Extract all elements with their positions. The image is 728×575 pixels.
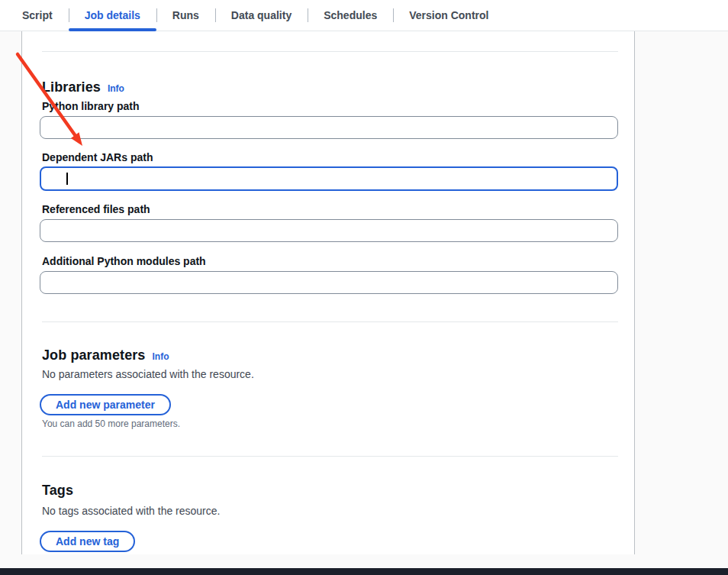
add-new-parameter-button[interactable]: Add new parameter	[40, 394, 171, 415]
tags-section-heading: Tags	[42, 483, 73, 499]
tags-title: Tags	[42, 483, 73, 499]
job-parameters-hint-text: You can add 50 more parameters.	[42, 418, 180, 429]
job-details-screen: Script Job details Runs Data quality Sch…	[0, 0, 728, 575]
python-library-path-input[interactable]	[40, 116, 618, 139]
divider	[42, 456, 618, 457]
divider	[42, 321, 618, 322]
window-bottom-edge	[0, 568, 728, 575]
job-parameters-empty-text: No parameters associated with the resour…	[42, 368, 254, 380]
referenced-files-path-input[interactable]	[40, 219, 618, 242]
tab-data-quality-label: Data quality	[231, 9, 292, 21]
tab-schedules-label: Schedules	[324, 9, 377, 21]
job-parameters-info-link[interactable]: Info	[152, 351, 169, 362]
job-parameters-title: Job parameters	[42, 347, 145, 363]
tab-version-control[interactable]: Version Control	[393, 0, 504, 31]
additional-python-modules-path-label: Additional Python modules path	[42, 255, 206, 267]
referenced-files-path-label: Referenced files path	[42, 203, 150, 215]
add-new-tag-button[interactable]: Add new tag	[40, 531, 135, 552]
tab-bar: Script Job details Runs Data quality Sch…	[0, 0, 728, 31]
tab-data-quality[interactable]: Data quality	[215, 0, 308, 31]
text-cursor	[66, 173, 68, 185]
tab-version-control-label: Version Control	[409, 9, 488, 21]
tab-runs-label: Runs	[172, 9, 199, 21]
tab-job-details[interactable]: Job details	[69, 0, 156, 31]
libraries-section-heading: Libraries Info	[42, 79, 124, 95]
field-python-library-path: Python library path	[40, 100, 618, 147]
tab-schedules[interactable]: Schedules	[308, 0, 393, 31]
field-dependent-jars-path: Dependent JARs path	[40, 151, 618, 199]
field-additional-python-modules-path: Additional Python modules path	[40, 255, 618, 302]
python-library-path-label: Python library path	[42, 100, 140, 112]
content-panel: Libraries Info Python library path Depen…	[21, 31, 635, 554]
additional-python-modules-path-input[interactable]	[40, 271, 618, 294]
tab-script-label: Script	[22, 9, 53, 21]
field-referenced-files-path: Referenced files path	[40, 203, 618, 250]
dependent-jars-path-input[interactable]	[40, 166, 618, 191]
tab-job-details-label: Job details	[85, 9, 140, 21]
tags-empty-text: No tags associated with the resource.	[42, 505, 220, 517]
job-parameters-section-heading: Job parameters Info	[42, 347, 169, 363]
libraries-info-link[interactable]: Info	[108, 83, 124, 94]
tab-runs[interactable]: Runs	[156, 0, 215, 31]
libraries-title: Libraries	[42, 79, 101, 95]
tab-script[interactable]: Script	[6, 0, 69, 31]
divider	[42, 51, 618, 52]
dependent-jars-path-label: Dependent JARs path	[42, 151, 153, 163]
